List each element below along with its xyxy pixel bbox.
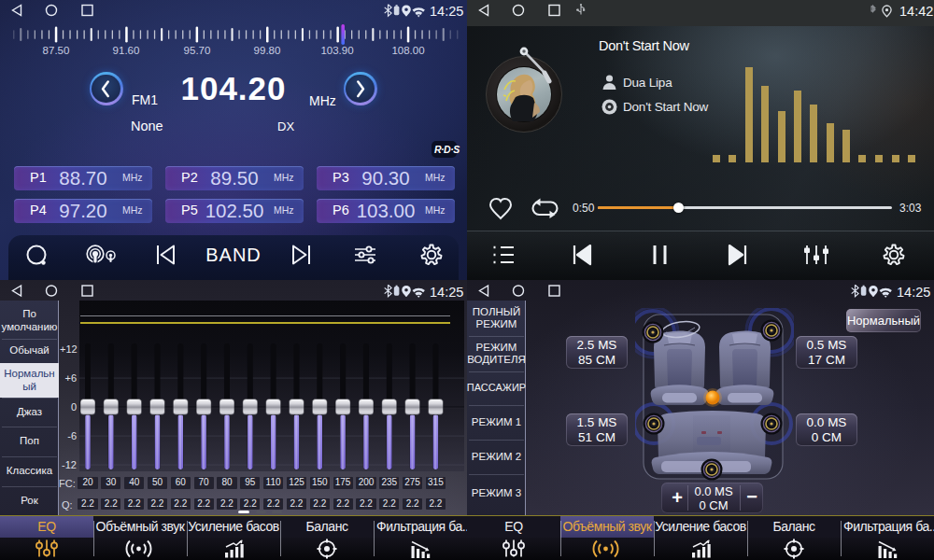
svg-text:14:25: 14:25 xyxy=(897,285,930,300)
svg-text:BAND: BAND xyxy=(205,245,262,265)
svg-text:14:25: 14:25 xyxy=(430,4,463,19)
svg-text:14:25: 14:25 xyxy=(430,285,463,300)
svg-text:14:42: 14:42 xyxy=(899,4,933,19)
